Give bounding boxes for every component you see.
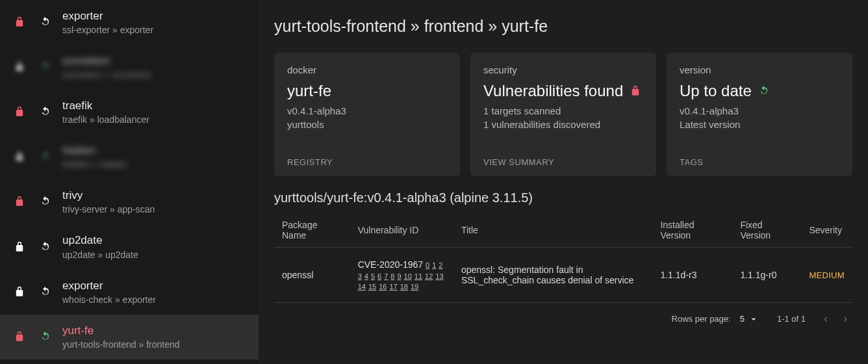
vuln-ref-link[interactable]: 13 [435,272,443,280]
version-label: version [680,64,839,75]
sidebar-item-title: yurt-fe [62,324,180,338]
refresh-icon [36,241,55,253]
vuln-ref-link[interactable]: 3 [358,272,362,280]
pagination: Rows per page: 5 1-1 of 1 ‹ › [274,303,852,335]
col-vuln[interactable]: Vulnerability ID [350,213,453,248]
sidebar-item-sub: trivy-server » app-scan [62,204,155,214]
cell-package: openssl [274,248,350,303]
sidebar-item-sub: ssl-exporter » exporter [62,25,153,35]
vuln-ref-link[interactable]: 12 [425,272,433,280]
registry-link[interactable]: REGISTRY [287,144,447,167]
cell-fixed: 1.1.1g-r0 [732,248,801,303]
cell-severity: MEDIUM [801,248,852,303]
vuln-ref-link[interactable]: 2 [439,261,442,269]
cell-title: openssl: Segmentation fault in SSL_check… [453,248,652,303]
refresh-icon [36,286,55,298]
summary-cards: docker yurt-fe v0.4.1-alpha3 yurttools R… [274,53,852,176]
docker-card[interactable]: docker yurt-fe v0.4.1-alpha3 yurttools R… [274,53,460,176]
refresh-icon [36,106,55,118]
sidebar-item-sub: up2date » up2date [62,250,138,260]
vuln-ref-link[interactable]: 17 [389,283,397,291]
image-subheading: yurttools/yurt-fe:v0.4.1-alpha3 (alpine … [274,190,852,205]
page-range: 1-1 of 1 [777,314,806,324]
vuln-ref-link[interactable]: 5 [371,272,375,280]
vuln-ref-link[interactable]: 18 [400,283,408,291]
sidebar-item-up2date[interactable]: up2dateup2date » up2date [0,224,259,269]
col-package[interactable]: Package Name [274,213,350,248]
sidebar: exporterssl-exporter » exportersomeitems… [0,0,259,364]
refresh-icon [36,16,55,28]
sidebar-item-exporter[interactable]: exporterwhois-check » exporter [0,270,259,315]
sidebar-item-someitem[interactable]: someitemsomeitem » someitem [0,45,259,90]
sidebar-item-sub: whois-check » exporter [62,294,156,305]
version-card[interactable]: version Up to date v0.4.1-alpha3 Latest … [667,53,852,176]
lock-icon [10,241,29,253]
view-summary-link[interactable]: VIEW SUMMARY [483,144,643,167]
vuln-ref-link[interactable]: 9 [397,272,401,280]
refresh-icon [36,196,55,207]
security-title: Vulnerabilities found [483,82,643,100]
sidebar-item-sub: someitem » someitem [62,70,151,80]
lock-icon [10,61,29,73]
next-page-button[interactable]: › [843,312,847,326]
sidebar-item-sub: traefik » loadbalancer [62,114,149,125]
version-title: Up to date [680,82,839,100]
sidebar-item-trivy[interactable]: trivytrivy-server » app-scan [0,179,259,224]
rows-per-page-label: Rows per page: [672,314,731,324]
sidebar-item-title: someitem [62,54,151,68]
sidebar-item-traefik[interactable]: traefiktraefik » loadbalancer [0,90,259,135]
lock-icon [10,196,29,207]
refresh-icon [36,331,55,343]
sidebar-item-title: traefik [62,99,149,113]
version-latest: Latest version [680,119,839,130]
sidebar-item-title: exporter [62,9,153,23]
lock-icon [10,151,29,162]
tags-link[interactable]: TAGS [680,144,839,167]
col-title[interactable]: Title [453,213,652,248]
lock-icon [10,331,29,343]
vuln-ref-link[interactable]: 0 [426,261,429,269]
docker-title: yurt-fe [287,82,447,100]
vuln-ref-link[interactable]: 8 [390,272,394,280]
chevron-down-icon [748,314,759,324]
vuln-ref-link[interactable]: 19 [411,283,418,291]
lock-icon [630,85,641,97]
vuln-ref-link[interactable]: 6 [377,272,381,280]
vuln-ref-link[interactable]: 7 [384,272,388,280]
cve-id[interactable]: CVE-2020-1967 [358,259,423,270]
prev-page-button[interactable]: ‹ [824,312,828,326]
sidebar-item-title: up2date [62,233,138,248]
refresh-icon [758,85,770,97]
sidebar-item-title: exporter [62,279,156,293]
col-fixed[interactable]: Fixed Version [732,213,801,248]
refresh-icon [36,61,55,73]
sidebar-item-exporter[interactable]: exporterssl-exporter » exporter [0,0,259,45]
vuln-ref-link[interactable]: 1 [432,261,436,269]
vuln-ref-link[interactable]: 4 [364,272,368,280]
security-vulns: 1 vulnerabilities discovered [483,119,643,130]
vulnerability-table: Package Name Vulnerability ID Title Inst… [274,213,852,303]
vuln-ref-link[interactable]: 15 [368,283,376,291]
vuln-ref-link[interactable]: 16 [379,283,387,291]
sidebar-item-yurt-fe[interactable]: yurt-feyurt-tools-frontend » frontend [0,315,259,359]
rows-per-page-select[interactable]: 5 [740,314,759,324]
sidebar-item-sub: hidden » hidden [62,159,127,170]
docker-label: docker [287,64,447,75]
security-card[interactable]: security Vulnerabilities found 1 targets… [470,53,656,176]
breadcrumb: yurt-tools-frontend » frontend » yurt-fe [274,17,852,36]
cell-vuln: CVE-2020-1967 01234567891011121314151617… [350,248,453,303]
sidebar-item-hidden[interactable]: hiddenhidden » hidden [0,135,259,179]
col-severity[interactable]: Severity [801,213,852,248]
lock-icon [10,286,29,298]
vuln-ref-link[interactable]: 10 [404,272,412,280]
table-row[interactable]: openssl CVE-2020-1967 012345678910111213… [274,248,852,303]
sidebar-item-title: trivy [62,188,155,203]
docker-registry: yurttools [287,119,447,130]
col-installed[interactable]: Installed Version [652,213,732,248]
cell-installed: 1.1.1d-r3 [652,248,732,303]
sidebar-item-title: hidden [62,144,127,158]
version-current: v0.4.1-alpha3 [680,105,839,116]
security-label: security [483,64,643,75]
vuln-ref-link[interactable]: 14 [358,283,366,291]
vuln-ref-link[interactable]: 11 [415,272,422,280]
